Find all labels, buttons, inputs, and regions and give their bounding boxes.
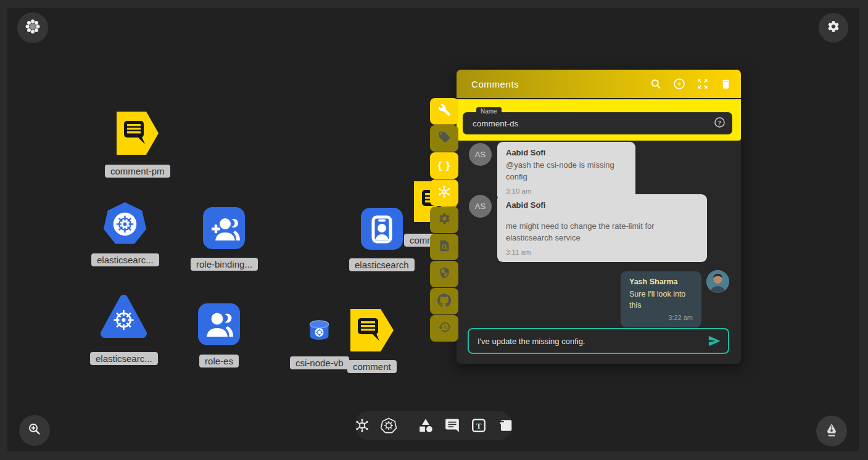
node-label: elasticsearc... (91, 253, 159, 266)
security-button[interactable] (430, 261, 458, 287)
canvas-tools-toolbar: T (355, 411, 513, 440)
inspect-doc-button[interactable] (430, 234, 458, 260)
name-field-section: Name ? (457, 98, 741, 141)
message-bubble: Aabid Sofi @yash the csi-node is missing… (497, 142, 635, 201)
message-bubble: Aabid Sofi me might need to change the r… (497, 194, 707, 262)
gear-icon (827, 20, 840, 36)
node-label: elasticsearc... (90, 352, 158, 365)
message-time: 3:11 am (506, 248, 698, 256)
node-label: comment-pm (105, 165, 170, 178)
image-tool-button[interactable] (497, 417, 513, 433)
kubernetes-tool-button[interactable] (381, 417, 397, 433)
kubernetes-triangle-icon (99, 294, 149, 346)
github-button[interactable] (430, 288, 458, 314)
message-text: me might need to change the rate-limit f… (506, 221, 698, 244)
app-logo-icon (25, 18, 41, 37)
role-icon (198, 303, 240, 348)
app-logo-button[interactable] (17, 12, 48, 43)
node-elasticsearch-pod[interactable]: elasticsearc... (90, 294, 158, 365)
comment-shape-icon (117, 112, 159, 157)
node-comment-pm[interactable]: comment-pm (105, 112, 170, 178)
tag-icon (438, 131, 451, 146)
comment-tool-button[interactable] (444, 417, 460, 433)
message-text: Sure I'll look into this (629, 289, 693, 311)
node-comment[interactable]: comment (347, 309, 397, 373)
mesh-icon (437, 184, 452, 202)
history-icon (438, 321, 451, 336)
message-author: Yash Sharma (629, 277, 693, 286)
text-tool-button[interactable]: T (471, 417, 487, 433)
field-help-icon[interactable]: ? (714, 117, 725, 131)
avatar: AS (469, 195, 492, 218)
history-button[interactable] (430, 315, 458, 342)
comments-panel: Comments ? Name (457, 70, 741, 364)
name-input[interactable] (463, 119, 714, 128)
wrench-icon (438, 104, 451, 119)
github-icon (437, 294, 451, 310)
message-bubble: Yash Sharma Sure I'll look into this 3:2… (621, 271, 701, 327)
node-actions-toolbar: { } (430, 98, 458, 342)
delete-icon[interactable] (719, 78, 732, 91)
help-icon[interactable]: ? (672, 78, 685, 91)
pen-tool-button[interactable] (816, 416, 847, 446)
node-label: role-es (199, 355, 239, 368)
node-role-es[interactable]: role-es (198, 303, 240, 368)
circuit-tool-button[interactable] (354, 417, 370, 433)
panel-title: Comments (471, 79, 519, 89)
name-field-label: Name (476, 107, 502, 116)
node-label: elasticsearch (349, 258, 415, 271)
braces-icon: { } (438, 160, 451, 172)
node-label: comment (347, 360, 397, 373)
node-label: csi-node-vb (290, 356, 349, 369)
svg-text:?: ? (677, 81, 681, 88)
shield-icon (438, 266, 451, 282)
role-binding-icon (203, 207, 245, 252)
tag-button[interactable] (430, 125, 458, 152)
avatar: AS (469, 143, 492, 166)
comments-panel-header[interactable]: Comments ? (457, 70, 741, 98)
json-config-button[interactable]: { } (430, 152, 458, 179)
gear-icon (438, 212, 451, 228)
svg-text:T: T (476, 421, 482, 430)
zoom-in-icon (27, 422, 42, 439)
message-author: Aabid Sofi (506, 200, 698, 210)
node-csi-node-vb[interactable]: csi-node-vb (290, 320, 349, 369)
comment-shape-icon (350, 309, 394, 354)
configure-button[interactable] (430, 98, 458, 125)
send-icon[interactable] (707, 334, 722, 348)
comment-input[interactable] (469, 337, 707, 346)
kubernetes-heptagon-icon (103, 202, 147, 248)
message-time: 3:10 am (506, 187, 627, 195)
service-account-icon (361, 208, 403, 252)
search-icon[interactable] (649, 78, 662, 91)
storage-cylinder-icon (309, 320, 329, 343)
settings-button[interactable] (819, 13, 848, 43)
expand-icon[interactable] (696, 78, 709, 91)
node-elasticsearch-deployment[interactable]: elasticsearc... (91, 202, 159, 266)
avatar-photo (706, 270, 729, 293)
pen-nib-icon (823, 421, 840, 441)
shapes-tool-button[interactable] (418, 417, 434, 433)
message-author: Aabid Sofi (506, 148, 627, 157)
messages-list[interactable]: AS Aabid Sofi @yash the csi-node is miss… (457, 141, 741, 364)
svg-text:?: ? (718, 119, 721, 125)
settings-button-toolbar[interactable] (430, 207, 458, 233)
zoom-button[interactable] (19, 415, 50, 446)
node-label: role-binding... (191, 258, 258, 271)
node-role-binding[interactable]: role-binding... (191, 207, 258, 271)
message-time: 3:22 am (629, 314, 693, 321)
mesh-button[interactable] (430, 179, 458, 206)
message-text: @yash the csi-node is missing config (506, 160, 627, 183)
comment-input-row (468, 328, 729, 354)
doc-search-icon (438, 239, 451, 255)
name-field[interactable]: Name ? (463, 112, 732, 134)
